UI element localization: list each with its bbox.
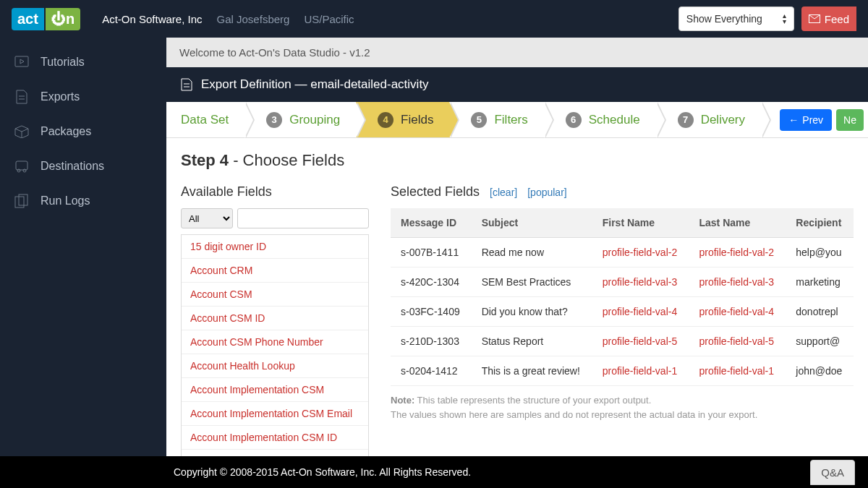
note-line1: This table represents the structure of y… [414, 395, 651, 406]
next-label: Ne [843, 114, 856, 126]
col-subject[interactable]: Subject [472, 208, 592, 238]
cell-msg: s-420C-1304 [391, 267, 472, 297]
sidebar-item-tutorials[interactable]: Tutorials [0, 45, 166, 80]
cell-recip: marketing [786, 267, 854, 297]
cell-recip: support@ [786, 327, 854, 356]
step-fields[interactable]: 4 Fields [356, 102, 449, 137]
selected-fields-table: Message ID Subject First Name Last Name … [391, 208, 854, 386]
available-field[interactable]: Account Health Lookup [182, 354, 368, 378]
qa-button[interactable]: Q&A [810, 460, 855, 485]
available-field[interactable]: Account Implementation CSM Email [182, 402, 368, 426]
selected-heading: Selected Fields [clear] [popular] [391, 184, 854, 200]
next-button[interactable]: Ne [836, 109, 864, 131]
step-schedule[interactable]: 6 Schedule [544, 102, 656, 137]
note-line2: The values shown here are samples and do… [391, 409, 757, 420]
sidebar-item-packages[interactable]: Packages [0, 114, 166, 149]
step-label: Data Set [181, 113, 229, 127]
col-recipient[interactable]: Recipient [786, 208, 854, 238]
document-icon [181, 78, 192, 91]
step-number: 7 [678, 112, 694, 128]
sidebar-item-exports[interactable]: Exports [0, 80, 166, 114]
note-text: Note: This table represents the structur… [391, 393, 854, 421]
selected-fields-panel: Selected Fields [clear] [popular] Messag… [391, 184, 854, 456]
table-row: s-210D-1303 Status Report profile-field-… [391, 327, 854, 356]
logo-on: ⏻n [46, 8, 80, 30]
step-number: 3 [266, 112, 282, 128]
svg-rect-5 [15, 197, 24, 207]
sidebar-label: Destinations [41, 160, 104, 173]
cell-subject: This is a great review! [472, 356, 592, 386]
available-field[interactable]: Account CSM Phone Number [182, 330, 368, 354]
show-everything-select[interactable]: Show Everything ▴▾ [678, 7, 794, 31]
cell-last: profile-field-val-4 [689, 297, 786, 327]
available-field[interactable]: 15 digit owner ID [182, 235, 368, 259]
available-fields-panel: Available Fields All 15 digit owner ID A… [181, 184, 369, 456]
table-row: s-0204-1412 This is a great review! prof… [391, 356, 854, 386]
arrow-left-icon: ← [788, 114, 799, 126]
svg-rect-6 [19, 194, 27, 205]
prev-label: Prev [802, 114, 823, 126]
available-field[interactable]: Account CSM ID [182, 307, 368, 330]
step-dataset[interactable]: Data Set [171, 102, 244, 137]
timezone: US/Pacific [304, 13, 354, 25]
cell-first: profile-field-val-5 [592, 327, 689, 356]
step-grouping[interactable]: 3 Grouping [244, 102, 356, 137]
svg-rect-2 [16, 161, 27, 170]
step-number: 6 [566, 112, 582, 128]
selected-heading-text: Selected Fields [391, 184, 480, 200]
cell-msg: s-03FC-1409 [391, 297, 472, 327]
cell-recip: john@doe [786, 356, 854, 386]
main: Welcome to Act-On's Data Studio - v1.2 E… [166, 38, 868, 456]
show-selector-value: Show Everything [686, 13, 762, 25]
available-field[interactable]: Account Implementation CSM [182, 450, 368, 456]
company-name: Act-On Software, Inc [102, 13, 202, 25]
popular-link[interactable]: [popular] [527, 187, 566, 198]
step-delivery[interactable]: 7 Delivery [656, 102, 761, 137]
sidebar: Tutorials Exports Packages Destinations … [0, 38, 166, 456]
available-field[interactable]: Account CRM [182, 259, 368, 283]
clear-link[interactable]: [clear] [490, 187, 517, 198]
sidebar-label: Tutorials [41, 56, 85, 69]
cell-last: profile-field-val-3 [689, 267, 786, 297]
prev-button[interactable]: ← Prev [780, 109, 832, 131]
available-field[interactable]: Account Implementation CSM [182, 378, 368, 402]
feedback-button[interactable]: Feed [801, 7, 856, 31]
footer: Copyright © 2008-2015 Act-On Software, I… [0, 456, 868, 488]
step-filters[interactable]: 5 Filters [449, 102, 543, 137]
note-bold: Note: [391, 395, 414, 406]
export-title: Export Definition — email-detailed-activ… [201, 77, 429, 92]
cell-last: profile-field-val-2 [689, 238, 786, 267]
cell-msg: s-210D-1303 [391, 327, 472, 356]
available-field[interactable]: Account CSM [182, 283, 368, 307]
feedback-label: Feed [825, 13, 849, 25]
envelope-icon [809, 14, 820, 23]
video-icon [14, 55, 29, 69]
step-number: 4 [378, 112, 393, 128]
available-fields-list: 15 digit owner ID Account CRM Account CS… [181, 234, 369, 456]
step-label: Fields [401, 113, 433, 127]
table-row: s-03FC-1409 Did you know that? profile-f… [391, 297, 854, 327]
cell-first: profile-field-val-2 [592, 238, 689, 267]
updown-icon: ▴▾ [783, 13, 786, 25]
col-first-name[interactable]: First Name [592, 208, 689, 238]
cell-subject: SEM Best Practices [472, 267, 592, 297]
document-icon [14, 90, 29, 104]
sidebar-item-destinations[interactable]: Destinations [0, 149, 166, 184]
sidebar-label: Exports [41, 90, 80, 103]
field-search-input[interactable] [237, 208, 369, 228]
wizard-steps: Data Set 3 Grouping 4 Fields 5 Filters 6… [166, 102, 868, 138]
col-message-id[interactable]: Message ID [391, 208, 472, 238]
logo-act: act [12, 8, 44, 30]
available-field[interactable]: Account Implementation CSM ID [182, 426, 368, 450]
step-number: 5 [471, 112, 487, 128]
cell-first: profile-field-val-3 [592, 267, 689, 297]
cell-first: profile-field-val-4 [592, 297, 689, 327]
sidebar-label: Packages [41, 125, 91, 138]
welcome-text: Welcome to Act-On's Data Studio - v1.2 [166, 38, 868, 67]
logo[interactable]: act ⏻n [12, 8, 80, 30]
sidebar-item-runlogs[interactable]: Run Logs [0, 184, 166, 218]
cell-recip: donotrepl [786, 297, 854, 327]
category-select[interactable]: All [181, 208, 233, 228]
bus-icon [14, 159, 29, 174]
col-last-name[interactable]: Last Name [689, 208, 786, 238]
